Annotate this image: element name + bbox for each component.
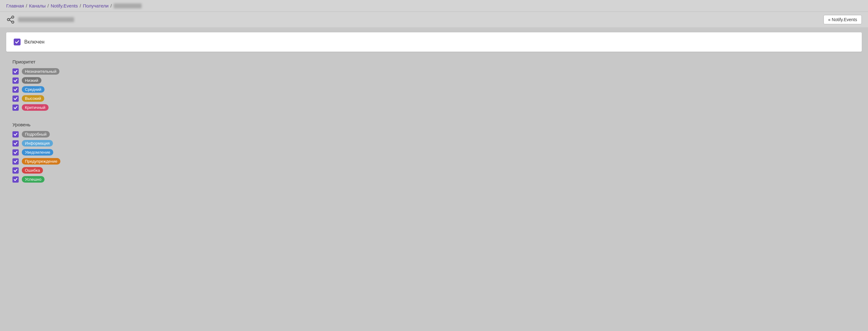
level-item: Информация <box>12 140 856 146</box>
level-badge: Ошибка <box>22 167 43 174</box>
level-item: Успешно <box>12 176 856 183</box>
svg-line-4 <box>9 18 12 19</box>
level-checkbox[interactable] <box>12 140 19 146</box>
priority-item: Критичный <box>12 104 856 111</box>
notify-events-button[interactable]: « Notify.Events <box>824 15 862 24</box>
priority-item: Незначительный <box>12 68 856 75</box>
priority-section: Приоритет Незначительный Низкий Средни <box>6 57 862 120</box>
level-checkbox[interactable] <box>12 176 19 183</box>
level-item: Ошибка <box>12 167 856 174</box>
level-checkbox[interactable] <box>12 167 19 174</box>
breadcrumb-home[interactable]: Главная <box>6 3 24 8</box>
priority-checkbox[interactable] <box>12 87 19 93</box>
priority-title: Приоритет <box>12 59 856 64</box>
breadcrumb: Главная / Каналы / Notify.Events / Получ… <box>6 3 142 8</box>
level-list: Подробный Информация Уведомление Преду <box>12 131 856 183</box>
enabled-card: Включен <box>6 32 862 52</box>
level-section: Уровень Подробный Информация Уведомлен <box>6 120 862 191</box>
level-badge: Уведомление <box>22 149 53 156</box>
level-title: Уровень <box>12 122 856 127</box>
sub-bar: « Notify.Events <box>0 12 868 27</box>
priority-checkbox[interactable] <box>12 96 19 102</box>
breadcrumb-blurred <box>114 3 142 8</box>
level-badge: Подробный <box>22 131 50 137</box>
level-checkbox[interactable] <box>12 158 19 165</box>
share-section <box>6 15 74 24</box>
breadcrumb-channels[interactable]: Каналы <box>29 3 45 8</box>
svg-line-3 <box>9 20 12 22</box>
enabled-label: Включен <box>24 39 44 45</box>
priority-checkbox[interactable] <box>12 104 19 111</box>
main-content: Включен Приоритет Незначительный Низкий <box>0 27 868 196</box>
priority-badge: Высокий <box>22 95 44 102</box>
breadcrumb-sep-1: / <box>26 3 27 8</box>
share-icon <box>6 15 15 24</box>
priority-item: Средний <box>12 86 856 93</box>
priority-item: Высокий <box>12 95 856 102</box>
level-item: Предупреждение <box>12 158 856 165</box>
enabled-checkbox[interactable] <box>14 39 21 45</box>
priority-badge: Критичный <box>22 104 49 111</box>
level-checkbox[interactable] <box>12 131 19 137</box>
breadcrumb-recipients[interactable]: Получатели <box>83 3 108 8</box>
priority-checkbox[interactable] <box>12 77 19 84</box>
priority-list: Незначительный Низкий Средний Высокий <box>12 68 856 111</box>
breadcrumb-sep-4: / <box>111 3 112 8</box>
channel-name-blurred <box>18 17 74 22</box>
breadcrumb-notify-events[interactable]: Notify.Events <box>51 3 78 8</box>
level-item: Уведомление <box>12 149 856 156</box>
priority-badge: Средний <box>22 86 44 93</box>
level-checkbox[interactable] <box>12 149 19 156</box>
breadcrumb-sep-2: / <box>48 3 49 8</box>
priority-checkbox[interactable] <box>12 68 19 75</box>
priority-item: Низкий <box>12 77 856 84</box>
level-badge: Успешно <box>22 176 44 183</box>
level-badge: Предупреждение <box>22 158 60 165</box>
priority-badge: Низкий <box>22 77 41 84</box>
level-badge: Информация <box>22 140 53 146</box>
priority-badge: Незначительный <box>22 68 59 75</box>
level-item: Подробный <box>12 131 856 137</box>
top-bar: Главная / Каналы / Notify.Events / Получ… <box>0 0 868 12</box>
breadcrumb-sep-3: / <box>80 3 81 8</box>
